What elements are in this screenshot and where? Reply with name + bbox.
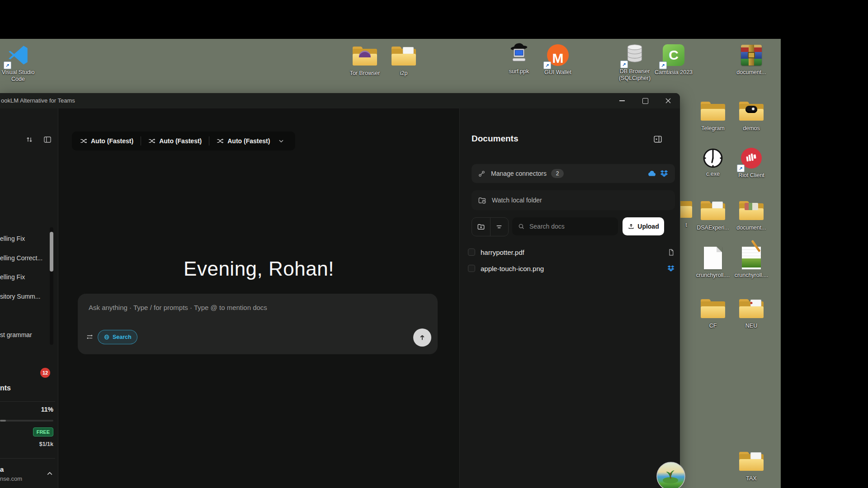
manage-connectors-row[interactable]: Manage connectors 2 <box>472 164 675 183</box>
file-row[interactable]: apple-touch-icon.png <box>468 261 675 276</box>
desktop-icon-label: DSAExperi... <box>697 225 729 231</box>
composer-settings-icon[interactable] <box>86 333 94 341</box>
window-titlebar[interactable]: ookLM Alternative for Teams <box>0 93 680 108</box>
upload-button[interactable]: Upload <box>623 217 664 235</box>
model-selector[interactable]: Auto (Fastest) <box>146 137 203 145</box>
desktop-icon-label: document... <box>736 225 766 231</box>
file-checkbox[interactable] <box>468 265 475 272</box>
monero-icon: M ↗ <box>545 42 571 68</box>
dropbox-icon <box>667 264 675 272</box>
desktop-icon-c-exe[interactable]: c.exe <box>693 147 733 178</box>
sidebar-item-chat[interactable]: elling Fix <box>0 272 51 282</box>
shortcut-arrow-icon: ↗ <box>4 61 11 69</box>
account-name[interactable]: a <box>0 465 4 473</box>
model-selector[interactable]: Auto (Fastest) <box>78 137 135 145</box>
desktop-icon-gui-wallet[interactable]: M ↗ GUI Wallet <box>538 42 578 76</box>
desktop-icon-surf-ppk[interactable]: surf.ppk <box>499 42 539 75</box>
prompt-composer[interactable]: Ask anything · Type / for prompts · Type… <box>78 294 438 354</box>
desktop-icon-label: Telegram <box>701 125 724 132</box>
desktop-icon-tor-browser[interactable]: Tor Browser <box>345 43 385 77</box>
search-icon <box>518 223 525 230</box>
island-logo-icon[interactable] <box>656 462 685 488</box>
desktop-icon-label: TAX <box>746 475 756 482</box>
sidebar-item-chat[interactable]: elling Correct... <box>0 253 51 263</box>
model-label: Auto (Fastest) <box>227 137 270 145</box>
desktop-icon-i2p[interactable]: i2p <box>384 43 424 77</box>
demos-folder-icon <box>738 99 764 124</box>
desktop-icon-visual-studio-code[interactable]: ↗ Visual Studio Code <box>0 42 38 83</box>
desktop-icon-tax[interactable]: TAX <box>731 449 771 482</box>
desktop-icon-label: DB Browser (SQLCipher) <box>615 68 655 82</box>
folder-clock-icon <box>478 196 486 205</box>
maximize-button[interactable] <box>636 94 654 108</box>
upload-icon <box>627 223 635 230</box>
sidebar: elling Fix elling Correct... elling Fix … <box>0 108 58 488</box>
desktop-icon-label: crunchyroll.... <box>735 272 768 279</box>
folder-with-paper-icon <box>738 449 764 474</box>
sort-icon[interactable] <box>25 136 33 144</box>
divider <box>0 401 55 402</box>
desktop-icon-label: NEU <box>745 323 757 329</box>
filter-icon <box>495 223 503 231</box>
desktop-icon-db-browser[interactable]: ↗ DB Browser (SQLCipher) <box>615 42 655 82</box>
usage-percent: 11% <box>41 406 53 413</box>
sidebar-section-label[interactable]: nts <box>0 384 11 392</box>
desktop-icon-crunchyroll-file[interactable]: crunchyroll.... <box>693 245 733 279</box>
chevron-up-icon[interactable] <box>46 470 53 477</box>
send-button[interactable] <box>413 328 431 347</box>
filter-button[interactable] <box>490 218 509 236</box>
dropbox-icon[interactable] <box>660 169 669 178</box>
file-checkbox[interactable] <box>468 249 475 256</box>
globe-icon <box>104 334 110 340</box>
desktop-icon-document-archive[interactable]: document... <box>731 42 771 76</box>
close-button[interactable] <box>659 94 677 108</box>
desktop-icon-crunchyroll-note[interactable]: crunchyroll.... <box>731 245 771 279</box>
file-row[interactable]: harrypotter.pdf <box>468 245 675 259</box>
arrow-up-icon <box>418 333 426 342</box>
watch-local-folder-label: Watch local folder <box>492 197 542 204</box>
desktop-icon-label: Riot Client <box>738 172 764 179</box>
app-window: ookLM Alternative for Teams elling Fix e… <box>0 93 680 488</box>
desktop-icon-neu[interactable]: NEU <box>731 296 771 329</box>
shortcut-arrow-icon: ↗ <box>737 164 745 172</box>
desktop-icon-telegram[interactable]: Telegram <box>693 99 733 132</box>
desktop-icon-riot-client[interactable]: ↗ Riot Client <box>731 145 771 179</box>
desktop-icon-partial-folder[interactable] <box>680 199 693 219</box>
manage-connectors-label: Manage connectors <box>491 170 547 177</box>
model-selector[interactable]: Auto (Fastest) <box>215 137 272 145</box>
file-icon <box>667 249 675 256</box>
chevron-down-icon[interactable] <box>278 138 284 144</box>
desktop-icon-demos[interactable]: demos <box>731 99 771 132</box>
connector-icon <box>478 170 486 178</box>
desktop-icon-cf[interactable]: CF <box>693 296 733 329</box>
sidebar-item-chat[interactable]: sitory Summ... <box>0 292 51 301</box>
minimize-button[interactable] <box>613 94 631 108</box>
sidebar-item-chat[interactable]: st grammar <box>0 330 51 339</box>
plan-badge: FREE <box>33 427 53 436</box>
database-icon: ↗ <box>622 42 648 67</box>
winrar-archive-icon <box>738 42 764 68</box>
cloud-icon[interactable] <box>647 170 657 177</box>
shuffle-icon <box>80 137 87 145</box>
desktop-icon-label: GUI Wallet <box>544 69 571 76</box>
new-folder-button[interactable] <box>472 218 490 236</box>
desktop-icon-dsaexperiments[interactable]: DSAExperi... <box>693 198 733 231</box>
collapse-panel-icon[interactable] <box>653 135 662 144</box>
usage-progress-bar <box>0 420 53 422</box>
folder-with-paper-icon <box>700 198 726 223</box>
web-search-toggle[interactable]: Search <box>98 330 137 344</box>
watch-local-folder-row[interactable]: Watch local folder <box>472 190 675 210</box>
desktop-icon-label: Visual Studio Code <box>0 69 38 83</box>
desktop-icon-label: CF <box>709 323 717 329</box>
desktop-icon-document-folder[interactable]: document... <box>731 198 771 231</box>
search-docs-field[interactable] <box>512 217 618 235</box>
collapse-sidebar-icon[interactable] <box>43 136 52 144</box>
sidebar-item-chat[interactable]: elling Fix <box>0 234 51 243</box>
search-docs-input[interactable] <box>528 222 603 230</box>
sidebar-scrollbar-thumb[interactable] <box>50 232 53 272</box>
folder-with-photo-icon <box>738 198 764 223</box>
desktop-icon-label: Tor Browser <box>350 70 380 77</box>
desktop-icon-camtasia[interactable]: C ↗ Camtasia 2023 <box>654 42 693 76</box>
shuffle-icon <box>217 137 224 145</box>
clock-icon <box>702 147 724 169</box>
